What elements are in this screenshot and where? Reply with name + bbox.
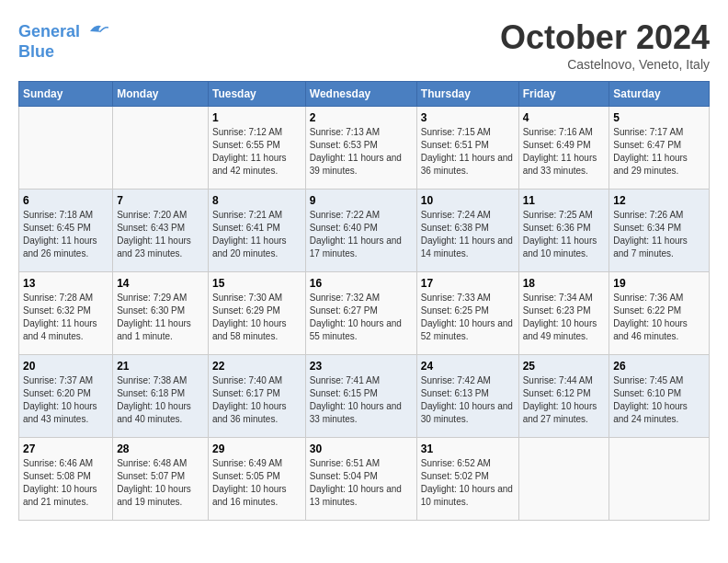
calendar-cell: 23Sunrise: 7:41 AM Sunset: 6:15 PM Dayli… (305, 355, 416, 438)
day-info: Sunrise: 7:28 AM Sunset: 6:32 PM Dayligh… (23, 292, 108, 343)
day-number: 23 (310, 360, 413, 373)
day-number: 28 (117, 442, 204, 455)
day-number: 15 (212, 277, 301, 290)
calendar-cell: 9Sunrise: 7:22 AM Sunset: 6:40 PM Daylig… (305, 190, 416, 272)
day-info: Sunrise: 7:44 AM Sunset: 6:12 PM Dayligh… (523, 374, 606, 426)
day-info: Sunrise: 7:15 AM Sunset: 6:51 PM Dayligh… (421, 126, 515, 178)
day-info: Sunrise: 7:24 AM Sunset: 6:38 PM Dayligh… (421, 209, 515, 260)
day-info: Sunrise: 7:41 AM Sunset: 6:15 PM Dayligh… (310, 374, 413, 426)
calendar-cell: 11Sunrise: 7:25 AM Sunset: 6:36 PM Dayli… (518, 190, 609, 272)
calendar-cell: 21Sunrise: 7:38 AM Sunset: 6:18 PM Dayli… (113, 355, 209, 438)
day-info: Sunrise: 7:45 AM Sunset: 6:10 PM Dayligh… (613, 374, 705, 426)
calendar-week-row: 20Sunrise: 7:37 AM Sunset: 6:20 PM Dayli… (19, 355, 710, 438)
day-info: Sunrise: 6:46 AM Sunset: 5:08 PM Dayligh… (23, 457, 108, 509)
day-number: 2 (310, 111, 413, 124)
day-number: 10 (421, 194, 515, 207)
day-number: 16 (310, 277, 413, 290)
calendar-header-row: SundayMondayTuesdayWednesdayThursdayFrid… (19, 82, 710, 107)
calendar-week-row: 6Sunrise: 7:18 AM Sunset: 6:45 PM Daylig… (19, 190, 710, 272)
logo-blue: Blue (18, 42, 108, 63)
day-number: 19 (613, 277, 705, 290)
calendar-cell: 20Sunrise: 7:37 AM Sunset: 6:20 PM Dayli… (19, 355, 113, 438)
calendar-cell: 25Sunrise: 7:44 AM Sunset: 6:12 PM Dayli… (518, 355, 609, 438)
calendar-cell: 17Sunrise: 7:33 AM Sunset: 6:25 PM Dayli… (416, 272, 518, 355)
day-number: 8 (212, 194, 301, 207)
day-info: Sunrise: 7:25 AM Sunset: 6:36 PM Dayligh… (523, 209, 606, 260)
day-info: Sunrise: 7:38 AM Sunset: 6:18 PM Dayligh… (117, 374, 204, 426)
calendar-cell: 10Sunrise: 7:24 AM Sunset: 6:38 PM Dayli… (416, 190, 518, 272)
calendar-cell: 6Sunrise: 7:18 AM Sunset: 6:45 PM Daylig… (19, 190, 113, 272)
calendar-cell: 24Sunrise: 7:42 AM Sunset: 6:13 PM Dayli… (416, 355, 518, 438)
day-number: 24 (421, 360, 515, 373)
day-info: Sunrise: 7:29 AM Sunset: 6:30 PM Dayligh… (117, 292, 204, 343)
day-number: 18 (523, 277, 606, 290)
day-info: Sunrise: 6:48 AM Sunset: 5:07 PM Dayligh… (117, 457, 204, 509)
day-number: 26 (613, 360, 705, 373)
day-number: 14 (117, 277, 204, 290)
day-header-wednesday: Wednesday (305, 82, 416, 107)
day-info: Sunrise: 7:40 AM Sunset: 6:17 PM Dayligh… (212, 374, 301, 426)
calendar-cell: 28Sunrise: 6:48 AM Sunset: 5:07 PM Dayli… (113, 438, 209, 521)
day-info: Sunrise: 7:20 AM Sunset: 6:43 PM Dayligh… (117, 209, 204, 260)
day-header-saturday: Saturday (609, 82, 710, 107)
calendar-cell: 26Sunrise: 7:45 AM Sunset: 6:10 PM Dayli… (609, 355, 710, 438)
day-number: 31 (421, 442, 515, 455)
day-number: 17 (421, 277, 515, 290)
calendar-week-row: 27Sunrise: 6:46 AM Sunset: 5:08 PM Dayli… (19, 438, 710, 521)
day-number: 5 (613, 111, 705, 124)
calendar-cell: 18Sunrise: 7:34 AM Sunset: 6:23 PM Dayli… (518, 272, 609, 355)
day-header-thursday: Thursday (416, 82, 518, 107)
calendar-cell: 19Sunrise: 7:36 AM Sunset: 6:22 PM Dayli… (609, 272, 710, 355)
day-number: 21 (117, 360, 204, 373)
calendar-cell (19, 107, 113, 190)
day-header-sunday: Sunday (19, 82, 113, 107)
day-info: Sunrise: 7:17 AM Sunset: 6:47 PM Dayligh… (613, 126, 705, 178)
calendar-week-row: 1Sunrise: 7:12 AM Sunset: 6:55 PM Daylig… (19, 107, 710, 190)
calendar-cell: 16Sunrise: 7:32 AM Sunset: 6:27 PM Dayli… (305, 272, 416, 355)
calendar-cell: 7Sunrise: 7:20 AM Sunset: 6:43 PM Daylig… (113, 190, 209, 272)
logo: General Blue (18, 18, 108, 62)
calendar-cell: 5Sunrise: 7:17 AM Sunset: 6:47 PM Daylig… (609, 107, 710, 190)
calendar-cell: 27Sunrise: 6:46 AM Sunset: 5:08 PM Dayli… (19, 438, 113, 521)
logo-general: General (18, 22, 80, 40)
day-info: Sunrise: 7:18 AM Sunset: 6:45 PM Dayligh… (23, 209, 108, 260)
day-info: Sunrise: 7:12 AM Sunset: 6:55 PM Dayligh… (212, 126, 301, 178)
calendar-cell: 14Sunrise: 7:29 AM Sunset: 6:30 PM Dayli… (113, 272, 209, 355)
calendar-cell: 29Sunrise: 6:49 AM Sunset: 5:05 PM Dayli… (209, 438, 306, 521)
calendar-cell: 2Sunrise: 7:13 AM Sunset: 6:53 PM Daylig… (305, 107, 416, 190)
calendar-cell: 8Sunrise: 7:21 AM Sunset: 6:41 PM Daylig… (209, 190, 306, 272)
day-info: Sunrise: 7:13 AM Sunset: 6:53 PM Dayligh… (310, 126, 413, 178)
day-info: Sunrise: 7:32 AM Sunset: 6:27 PM Dayligh… (310, 292, 413, 343)
day-info: Sunrise: 7:26 AM Sunset: 6:34 PM Dayligh… (613, 209, 705, 260)
day-info: Sunrise: 7:22 AM Sunset: 6:40 PM Dayligh… (310, 209, 413, 260)
calendar-cell: 31Sunrise: 6:52 AM Sunset: 5:02 PM Dayli… (416, 438, 518, 521)
logo-text: General (18, 18, 108, 42)
day-info: Sunrise: 6:51 AM Sunset: 5:04 PM Dayligh… (310, 457, 413, 509)
day-number: 11 (523, 194, 606, 207)
calendar-cell: 1Sunrise: 7:12 AM Sunset: 6:55 PM Daylig… (209, 107, 306, 190)
day-number: 9 (310, 194, 413, 207)
day-number: 22 (212, 360, 301, 373)
day-header-monday: Monday (113, 82, 209, 107)
day-info: Sunrise: 7:21 AM Sunset: 6:41 PM Dayligh… (212, 209, 301, 260)
day-number: 20 (23, 360, 108, 373)
day-number: 3 (421, 111, 515, 124)
calendar-table: SundayMondayTuesdayWednesdayThursdayFrid… (18, 81, 710, 521)
day-number: 30 (310, 442, 413, 455)
day-number: 1 (212, 111, 301, 124)
day-number: 25 (523, 360, 606, 373)
day-number: 27 (23, 442, 108, 455)
day-info: Sunrise: 6:52 AM Sunset: 5:02 PM Dayligh… (421, 457, 515, 509)
logo-bird-icon (86, 18, 108, 37)
day-header-tuesday: Tuesday (209, 82, 306, 107)
day-info: Sunrise: 7:30 AM Sunset: 6:29 PM Dayligh… (212, 292, 301, 343)
calendar-cell: 15Sunrise: 7:30 AM Sunset: 6:29 PM Dayli… (209, 272, 306, 355)
day-header-friday: Friday (518, 82, 609, 107)
day-number: 13 (23, 277, 108, 290)
title-section: October 2024 Castelnovo, Veneto, Italy (500, 18, 710, 72)
calendar-cell (518, 438, 609, 521)
calendar-week-row: 13Sunrise: 7:28 AM Sunset: 6:32 PM Dayli… (19, 272, 710, 355)
page-header: General Blue October 2024 Castelnovo, Ve… (18, 18, 710, 72)
day-info: Sunrise: 7:42 AM Sunset: 6:13 PM Dayligh… (421, 374, 515, 426)
calendar-cell: 13Sunrise: 7:28 AM Sunset: 6:32 PM Dayli… (19, 272, 113, 355)
